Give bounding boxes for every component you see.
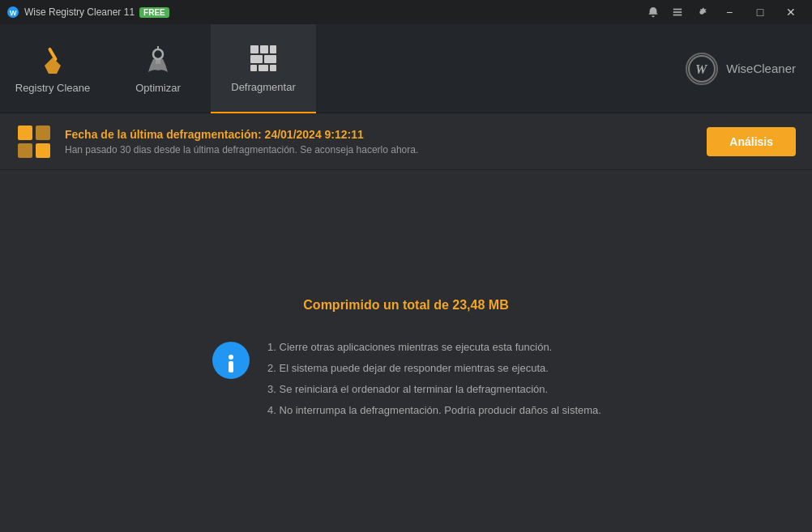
maximize-button[interactable]: □ — [746, 2, 775, 23]
svg-rect-14 — [250, 65, 257, 71]
tab-optimizar-label: Optimizar — [135, 82, 181, 94]
compressed-prefix: Comprimido un total de — [303, 298, 452, 312]
warning-list-item: 1. Cierre otras aplicaciones mientras se… — [267, 337, 601, 358]
info-bar: Fecha de la última defragmentación: 24/0… — [0, 113, 812, 170]
tab-registry-cleaner-label: Registry Cleane — [15, 82, 91, 94]
svg-rect-13 — [264, 55, 276, 63]
registry-cleaner-icon — [36, 43, 69, 75]
svg-rect-11 — [270, 45, 276, 53]
warning-section: 1. Cierre otras aplicaciones mientras se… — [211, 337, 601, 421]
title-bar-left: W Wise Registry Cleaner 11 FREE — [6, 6, 169, 19]
last-defrag-date: Fecha de la última defragmentación: 24/0… — [65, 128, 418, 141]
warning-info-icon — [211, 340, 251, 381]
optimizar-icon — [142, 43, 174, 75]
svg-point-23 — [212, 342, 250, 379]
brand-area: W WiseCleaner — [686, 53, 812, 85]
svg-rect-4 — [673, 15, 682, 16]
brand-logo: W — [686, 53, 718, 85]
app-icon: W — [6, 6, 19, 19]
svg-rect-20 — [36, 126, 50, 140]
toolbar: Registry Cleane Optimizar Defragmentar — [0, 24, 812, 113]
svg-rect-24 — [229, 355, 233, 360]
warning-list-item: 3. Se reiniciará el ordenador al termina… — [267, 379, 601, 400]
warning-list: 1. Cierre otras aplicaciones mientras se… — [267, 337, 601, 421]
svg-rect-3 — [673, 11, 682, 13]
svg-point-7 — [153, 49, 163, 59]
svg-rect-25 — [229, 361, 233, 372]
warning-list-item: 4. No interrumpa la defragmentación. Pod… — [267, 400, 601, 421]
svg-rect-9 — [250, 45, 259, 53]
svg-rect-19 — [18, 126, 32, 140]
svg-text:W: W — [10, 9, 17, 17]
svg-text:W: W — [695, 62, 708, 76]
tab-defragmentar[interactable]: Defragmentar — [211, 24, 316, 113]
notification-icon-btn[interactable] — [642, 2, 665, 23]
tab-optimizar[interactable]: Optimizar — [105, 24, 211, 113]
title-bar: W Wise Registry Cleaner 11 FREE − □ ✕ — [0, 0, 812, 24]
menu-icon-btn[interactable] — [666, 2, 689, 23]
info-text: Fecha de la última defragmentación: 24/0… — [65, 128, 418, 155]
free-badge: FREE — [139, 7, 169, 18]
defrag-subtitle: Han pasado 30 dias desde la última defra… — [65, 144, 418, 155]
minimize-button[interactable]: − — [715, 2, 744, 23]
close-button[interactable]: ✕ — [776, 2, 806, 23]
svg-rect-21 — [18, 143, 32, 158]
svg-marker-6 — [45, 57, 61, 74]
app-title: Wise Registry Cleaner 11 — [24, 6, 135, 18]
settings-icon-btn[interactable] — [690, 2, 713, 23]
compressed-value: 23,48 MB — [452, 298, 508, 312]
compressed-total-text: Comprimido un total de 23,48 MB — [303, 298, 508, 313]
svg-rect-22 — [36, 143, 50, 158]
brand-name: WiseCleaner — [726, 62, 796, 75]
svg-rect-2 — [673, 9, 682, 11]
svg-rect-16 — [270, 65, 276, 71]
title-bar-controls: − □ ✕ — [642, 2, 806, 23]
defragmentar-icon — [247, 42, 280, 74]
info-bar-left: Fecha de la última defragmentación: 24/0… — [16, 124, 418, 160]
tab-registry-cleaner[interactable]: Registry Cleane — [0, 24, 105, 113]
analysis-button[interactable]: Análisis — [707, 127, 796, 156]
svg-rect-10 — [260, 45, 268, 53]
svg-rect-12 — [250, 55, 263, 63]
defrag-status-icon — [16, 124, 52, 160]
svg-rect-15 — [259, 65, 268, 71]
tab-defragmentar-label: Defragmentar — [231, 81, 295, 93]
warning-list-item: 2. El sistema puede dejar de responder m… — [267, 358, 601, 379]
main-content: Comprimido un total de 23,48 MB 1. Cierr… — [0, 170, 812, 532]
